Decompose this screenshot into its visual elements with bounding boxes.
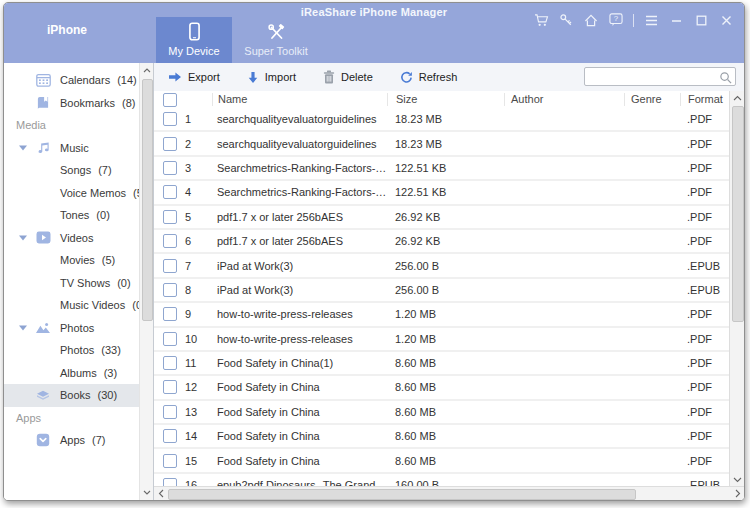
toolbar-button-label: Refresh — [419, 71, 458, 83]
table-row[interactable]: 14Food Safety in China8.60 MB.PDF — [154, 425, 730, 449]
table-row[interactable]: 8iPad at Work(3)256.00 B.EPUB — [154, 279, 730, 303]
sidebar-item-movies[interactable]: Movies(5) — [4, 249, 140, 272]
select-all-checkbox[interactable] — [163, 93, 177, 107]
row-checkbox[interactable] — [163, 234, 177, 248]
row-name: Food Safety in China — [212, 381, 387, 393]
row-name: how-to-write-press-releases — [212, 308, 387, 320]
tools-icon — [268, 19, 285, 41]
toolbar-buttons: ExportImportDeleteRefresh — [168, 63, 457, 91]
import-arrow-icon — [247, 71, 259, 84]
sidebar-item-albums[interactable]: Albums(3) — [4, 362, 140, 385]
sidebar-scrollbar[interactable] — [139, 63, 153, 500]
table-row[interactable]: 15Food Safety in China8.60 MB.PDF — [154, 449, 730, 473]
table-horizontal-scrollbar[interactable] — [154, 486, 744, 500]
table-row[interactable]: 1searchqualityevaluatorguidelines18.23 M… — [154, 108, 730, 132]
titlebar-button-help[interactable]: ? — [608, 12, 624, 28]
row-checkbox[interactable] — [163, 356, 177, 370]
refresh-button[interactable]: Refresh — [400, 71, 458, 84]
table-row[interactable]: 13Food Safety in China8.60 MB.PDF — [154, 401, 730, 425]
scroll-down-icon[interactable] — [140, 486, 153, 499]
column-header-size[interactable]: Size — [387, 93, 504, 106]
sidebar-item-music[interactable]: Music — [4, 137, 140, 160]
table-row[interactable]: 9how-to-write-press-releases1.20 MB.PDF — [154, 303, 730, 327]
table-row[interactable]: 5pdf1.7 x or later 256bAES26.92 KB.PDF — [154, 206, 730, 230]
scroll-left-icon[interactable] — [154, 487, 167, 500]
titlebar-button-key[interactable] — [558, 12, 574, 28]
sidebar: Calendars(14)Bookmarks(8)MediaMusicSongs… — [4, 63, 154, 500]
sidebar-item-songs[interactable]: Songs(7) — [4, 159, 140, 182]
h-scrollbar-thumb[interactable] — [168, 489, 636, 500]
column-header-genre[interactable]: Genre — [624, 93, 680, 106]
import-button[interactable]: Import — [247, 71, 296, 84]
row-checkbox[interactable] — [163, 161, 177, 175]
table-row[interactable]: 2searchqualityevaluatorguidelines18.23 M… — [154, 132, 730, 156]
titlebar-button-cart[interactable] — [533, 12, 549, 28]
row-checkbox[interactable] — [163, 429, 177, 443]
row-size: 8.60 MB — [387, 455, 504, 467]
titlebar-button-menu[interactable] — [643, 12, 659, 28]
column-header-author[interactable]: Author — [504, 93, 624, 106]
row-checkbox[interactable] — [163, 405, 177, 419]
export-button[interactable]: Export — [168, 71, 220, 83]
row-checkbox[interactable] — [163, 112, 177, 126]
sidebar-item-calendars[interactable]: Calendars(14) — [4, 69, 140, 92]
column-header-format[interactable]: Format — [680, 93, 732, 106]
row-checkbox[interactable] — [163, 332, 177, 346]
row-checkbox[interactable] — [163, 380, 177, 394]
table-row[interactable]: 6pdf1.7 x or later 256bAES26.92 KB.PDF — [154, 230, 730, 254]
search-icon[interactable] — [719, 70, 732, 88]
row-checkbox[interactable] — [163, 210, 177, 224]
device-selector[interactable]: iPhone — [38, 23, 96, 37]
search-input[interactable] — [589, 69, 719, 86]
expander-icon[interactable] — [19, 235, 27, 241]
sidebar-scrollbar-thumb[interactable] — [142, 79, 153, 321]
row-number: 9 — [182, 308, 212, 320]
row-checkbox[interactable] — [163, 185, 177, 199]
table-row[interactable]: 3Searchmetrics-Ranking-Factors-Infogr...… — [154, 157, 730, 181]
row-size: 1.20 MB — [387, 308, 504, 320]
row-checkbox[interactable] — [163, 137, 177, 151]
titlebar-button-home[interactable] — [583, 12, 599, 28]
sidebar-item-tones[interactable]: Tones(0) — [4, 204, 140, 227]
table-row[interactable]: 7iPad at Work(3)256.00 B.EPUB — [154, 254, 730, 278]
column-header-name[interactable]: Name — [212, 93, 387, 106]
row-checkbox[interactable] — [163, 307, 177, 321]
scroll-up-icon[interactable] — [730, 91, 744, 105]
titlebar-button-maximize[interactable] — [693, 12, 709, 28]
sidebar-item-apps[interactable]: Apps(7) — [4, 429, 140, 452]
sidebar-item-books[interactable]: Books(30) — [4, 384, 140, 407]
sidebar-item-photos[interactable]: Photos(33) — [4, 339, 140, 362]
scroll-down-icon[interactable] — [730, 473, 744, 487]
expander-icon[interactable] — [19, 325, 27, 331]
delete-button[interactable]: Delete — [323, 70, 373, 84]
sidebar-item-photos[interactable]: Photos — [4, 317, 140, 340]
sidebar-item-count: (3) — [104, 367, 117, 379]
tab-my-device[interactable]: My Device — [156, 17, 232, 63]
titlebar-button-minimize[interactable] — [668, 12, 684, 28]
tab-super-toolkit[interactable]: Super Toolkit — [238, 17, 314, 63]
table-row[interactable]: 10how-to-write-press-releases1.20 MB.PDF — [154, 328, 730, 352]
sidebar-item-label: Photos — [60, 322, 94, 334]
sidebar-item-voice-memos[interactable]: Voice Memos(5) — [4, 182, 140, 205]
sidebar-item-tv-shows[interactable]: TV Shows(0) — [4, 272, 140, 295]
row-name: Food Safety in China — [212, 455, 387, 467]
scroll-up-icon[interactable] — [140, 64, 153, 77]
table-vertical-scrollbar[interactable] — [729, 91, 744, 487]
row-checkbox[interactable] — [163, 454, 177, 468]
titlebar-button-close[interactable] — [718, 12, 734, 28]
sidebar-item-videos[interactable]: Videos — [4, 227, 140, 250]
row-checkbox[interactable] — [163, 283, 177, 297]
row-size: 1.20 MB — [387, 333, 504, 345]
table-row[interactable]: 12Food Safety in China8.60 MB.PDF — [154, 376, 730, 400]
sidebar-item-count: (7) — [92, 434, 105, 446]
sidebar-item-bookmarks[interactable]: Bookmarks(8) — [4, 92, 140, 115]
search-box[interactable] — [584, 67, 736, 86]
table-row[interactable]: 11Food Safety in China(1)8.60 MB.PDF — [154, 352, 730, 376]
row-checkbox[interactable] — [163, 259, 177, 273]
table-row[interactable]: 4Searchmetrics-Ranking-Factors-Infogr...… — [154, 181, 730, 205]
scroll-right-icon[interactable] — [731, 487, 744, 500]
sidebar-item-music-videos[interactable]: Music Videos(0) — [4, 294, 140, 317]
expander-icon[interactable] — [19, 145, 27, 151]
toolbar-button-label: Delete — [341, 71, 373, 83]
table-scrollbar-thumb[interactable] — [732, 106, 744, 322]
